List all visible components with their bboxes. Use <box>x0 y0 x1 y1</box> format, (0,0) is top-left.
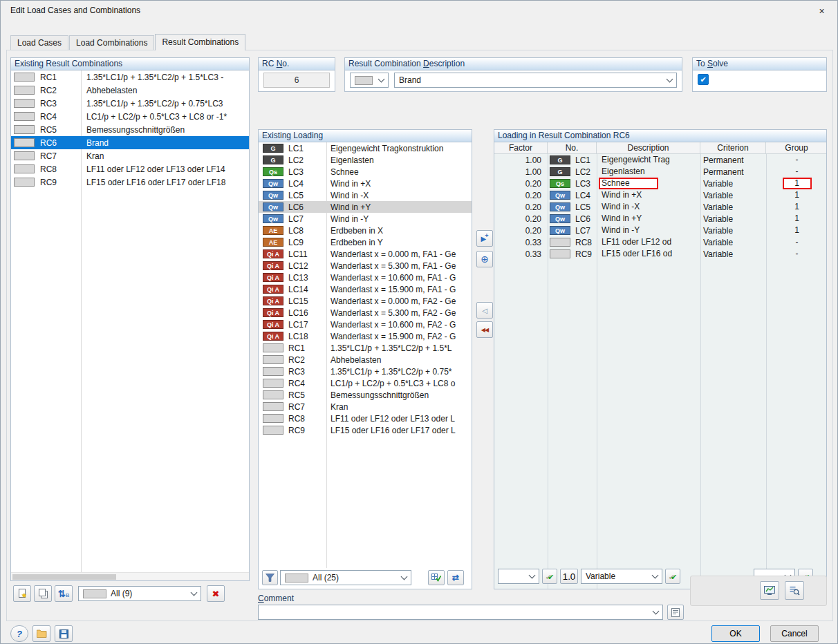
loading-row[interactable]: RC5 Bemessungsschnittgrößen <box>259 389 472 401</box>
loading-row[interactable]: RC1 1.35*LC1/p + 1.35*LC2/p + 1.5*L <box>259 342 472 354</box>
loading-row[interactable]: AE LC8 Erdbeben in X <box>259 225 472 236</box>
loading-row[interactable]: RC3 1.35*LC1/p + 1.35*LC2/p + 0.75* <box>259 366 472 377</box>
criterion-cell[interactable]: Variable <box>700 238 766 247</box>
factor-cell[interactable]: 0.20 <box>494 226 548 236</box>
loading-row[interactable]: RC4 LC1/p + LC2/p + 0.5*LC3 + LC8 o <box>259 377 472 389</box>
rc-filter-select[interactable]: All (9) <box>78 586 201 601</box>
criterion-cell[interactable]: Permanent <box>700 155 766 165</box>
result-combination-row[interactable]: RC9 LF15 oder LF16 oder LF17 oder LF18 <box>11 176 249 189</box>
loading-row[interactable]: AE LC9 Erdbeben in Y <box>259 236 472 248</box>
select-all-button[interactable] <box>428 570 445 585</box>
comment-templates-button[interactable] <box>667 605 684 620</box>
ok-button[interactable]: OK <box>711 625 760 642</box>
factor-cell[interactable]: 1.00 <box>494 155 548 165</box>
renumber-button[interactable]: ⇅B <box>55 585 73 602</box>
filter-button[interactable] <box>262 570 278 585</box>
combination-row[interactable]: 1.00 GLC2 Eigenlasten Permanent - <box>494 166 826 178</box>
group-cell[interactable]: - <box>766 154 826 166</box>
loading-row[interactable]: G LC1 Eigengewicht Tragkonstruktion <box>259 142 472 154</box>
save-button[interactable] <box>55 625 73 642</box>
result-combination-row[interactable]: RC1 1.35*LC1/p + 1.35*LC2/p + 1.5*LC3 - <box>11 70 249 84</box>
add-to-combination-button[interactable]: ▶+ <box>476 230 493 247</box>
loading-filter-select[interactable]: All (25) <box>280 570 411 585</box>
apply-factor-button[interactable]: ✔✔ <box>542 569 557 584</box>
loading-row[interactable]: Qw LC4 Wind in +X <box>259 178 472 189</box>
group-cell[interactable]: - <box>766 166 826 178</box>
open-button[interactable] <box>32 625 50 642</box>
help-button[interactable]: ? <box>10 625 28 642</box>
invert-selection-button[interactable]: ⇄ <box>447 570 464 585</box>
comment-combo[interactable] <box>258 605 663 620</box>
tab[interactable]: Load Combinations <box>69 35 154 50</box>
loading-row[interactable]: G LC2 Eigenlasten <box>259 154 472 166</box>
result-combination-row[interactable]: RC2 Abhebelasten <box>11 84 249 97</box>
loading-row[interactable]: Qi A LC18 Wanderlast x = 15.900 m, FA2 -… <box>259 330 472 342</box>
new-combination-button[interactable] <box>13 585 31 602</box>
graphic-button[interactable] <box>760 581 779 600</box>
combination-row[interactable]: 1.00 GLC1 Eigengewicht Trag Permanent - <box>494 154 826 166</box>
loading-row[interactable]: RC8 LF11 oder LF12 oder LF13 oder L <box>259 413 472 424</box>
loading-row[interactable]: Qi A LC15 Wanderlast x = 0.000 m, FA2 - … <box>259 295 472 307</box>
factor-cell[interactable]: 0.33 <box>494 238 548 247</box>
loading-row[interactable]: Qi A LC12 Wanderlast x = 5.300 m, FA1 - … <box>259 260 472 272</box>
loading-row[interactable]: Qw LC6 Wind in +Y <box>259 201 472 213</box>
copy-combination-button[interactable] <box>34 585 52 602</box>
combination-row[interactable]: 0.20 QwLC7 Wind in -Y Variable 1 <box>494 225 826 236</box>
factor-combo[interactable] <box>498 569 539 584</box>
factor-cell[interactable]: 0.20 <box>494 202 548 212</box>
set-factor-one-button[interactable]: 1.0 <box>560 569 578 584</box>
criterion-cell[interactable]: Variable <box>700 179 766 189</box>
apply-criterion-button[interactable]: ✔✔ <box>665 569 680 584</box>
cancel-button[interactable]: Cancel <box>770 625 819 642</box>
loading-row[interactable]: RC7 Kran <box>259 401 472 413</box>
horizontal-scrollbar[interactable] <box>11 572 249 580</box>
check-button[interactable] <box>785 581 804 600</box>
combination-row[interactable]: 0.33 RC9 LF15 oder LF16 od Variable - <box>494 248 826 260</box>
loading-row[interactable]: RC2 Abhebelasten <box>259 354 472 366</box>
combination-row[interactable]: 0.20 QwLC4 Wind in +X Variable 1 <box>494 189 826 201</box>
result-combination-row[interactable]: RC3 1.35*LC1/p + 1.35*LC2/p + 0.75*LC3 <box>11 97 249 110</box>
result-combination-row[interactable]: RC8 LF11 oder LF12 oder LF13 oder LF14 <box>11 162 249 176</box>
loading-row[interactable]: Qw LC7 Wind in -Y <box>259 213 472 225</box>
criterion-cell[interactable]: Variable <box>700 214 766 224</box>
group-cell[interactable]: - <box>766 236 826 248</box>
combination-row[interactable]: 0.20 QwLC5 Wind in -X Variable 1 <box>494 201 826 213</box>
factor-cell[interactable]: 0.20 <box>494 179 548 189</box>
loading-row[interactable]: Qs LC3 Schnee <box>259 166 472 178</box>
group-cell[interactable]: - <box>766 248 826 260</box>
result-combination-row[interactable]: RC7 Kran <box>11 149 249 162</box>
group-cell[interactable]: 1 <box>766 189 826 201</box>
loading-row[interactable]: RC9 LF15 oder LF16 oder LF17 oder L <box>259 424 472 436</box>
criterion-cell[interactable]: Permanent <box>700 167 766 177</box>
scrollbar-thumb[interactable] <box>12 574 116 580</box>
loading-row[interactable]: Qw LC5 Wind in -X <box>259 189 472 201</box>
delete-combination-button[interactable]: ✖ <box>207 585 225 602</box>
criterion-combo[interactable]: Variable <box>581 569 662 584</box>
group-cell[interactable]: 1 <box>766 178 826 189</box>
loading-row[interactable]: Qi A LC16 Wanderlast x = 5.300 m, FA2 - … <box>259 307 472 319</box>
remove-from-combination-button[interactable]: ◁ <box>476 302 493 319</box>
color-select[interactable] <box>350 73 389 88</box>
criterion-cell[interactable]: Variable <box>700 191 766 200</box>
tab[interactable]: Result Combinations <box>155 34 245 50</box>
factor-cell[interactable]: 0.33 <box>494 249 548 259</box>
combination-row[interactable]: 0.33 RC8 LF11 oder LF12 od Variable - <box>494 236 826 248</box>
loading-row[interactable]: Qi A LC11 Wanderlast x = 0.000 m, FA1 - … <box>259 248 472 260</box>
factor-cell[interactable]: 1.00 <box>494 167 548 177</box>
group-cell[interactable]: 1 <box>766 225 826 236</box>
remove-all-button[interactable]: ◀◀ <box>476 321 493 338</box>
close-button[interactable]: × <box>806 1 837 21</box>
factor-cell[interactable]: 0.20 <box>494 214 548 224</box>
combination-row[interactable]: 0.20 QwLC6 Wind in +Y Variable 1 <box>494 213 826 225</box>
group-cell[interactable]: 1 <box>766 201 826 213</box>
loading-row[interactable]: Qi A LC14 Wanderlast x = 15.900 m, FA1 -… <box>259 283 472 295</box>
tab[interactable]: Load Cases <box>10 35 68 50</box>
add-options-button[interactable]: ⊕ <box>476 251 493 267</box>
group-cell[interactable]: 1 <box>766 213 826 225</box>
result-combination-row[interactable]: RC5 Bemessungsschnittgrößen <box>11 123 249 136</box>
criterion-cell[interactable]: Variable <box>700 226 766 236</box>
criterion-cell[interactable]: Variable <box>700 202 766 212</box>
combination-row[interactable]: 0.20 QsLC3 Schnee Variable 1 <box>494 178 826 189</box>
loading-row[interactable]: Qi A LC13 Wanderlast x = 10.600 m, FA1 -… <box>259 272 472 283</box>
loading-row[interactable]: Qi A LC17 Wanderlast x = 10.600 m, FA2 -… <box>259 319 472 330</box>
